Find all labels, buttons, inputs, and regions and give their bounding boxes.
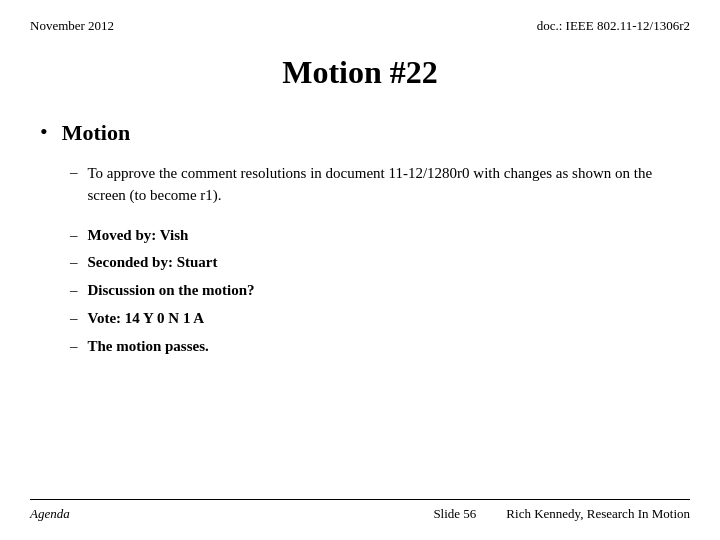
text-vote: Vote: 14 Y 0 N 1 A (88, 308, 205, 330)
dash-approve: – (70, 162, 78, 184)
dash-passes: – (70, 336, 78, 358)
slide-title: Motion #22 (30, 54, 690, 91)
footer-author: Rich Kennedy, Research In Motion (506, 506, 690, 522)
text-seconded: Seconded by: Stuart (88, 252, 218, 274)
text-approve: To approve the comment resolutions in do… (88, 162, 681, 207)
footer-right: Slide 56 Rich Kennedy, Research In Motio… (433, 506, 690, 522)
footer-agenda: Agenda (30, 506, 70, 522)
bullet-symbol: • (40, 121, 48, 143)
dash-discussion: – (70, 280, 78, 302)
dash-seconded: – (70, 252, 78, 274)
sub-items: – To approve the comment resolutions in … (70, 162, 680, 358)
dash-vote: – (70, 308, 78, 330)
sub-item-discussion: – Discussion on the motion? (70, 280, 680, 302)
text-moved: Moved by: Vish (88, 225, 189, 247)
header-doc: doc.: IEEE 802.11-12/1306r2 (537, 18, 690, 34)
sub-item-vote: – Vote: 14 Y 0 N 1 A (70, 308, 680, 330)
sub-item-passes: – The motion passes. (70, 336, 680, 358)
header: November 2012 doc.: IEEE 802.11-12/1306r… (30, 18, 690, 34)
text-passes: The motion passes. (88, 336, 209, 358)
main-bullet: • Motion (40, 119, 680, 148)
sub-item-seconded: – Seconded by: Stuart (70, 252, 680, 274)
slide-container: November 2012 doc.: IEEE 802.11-12/1306r… (0, 0, 720, 540)
header-date: November 2012 (30, 18, 114, 34)
footer-slide: Slide 56 (433, 506, 476, 522)
bullet-label: Motion (62, 119, 130, 148)
text-discussion: Discussion on the motion? (88, 280, 255, 302)
footer: Agenda Slide 56 Rich Kennedy, Research I… (30, 499, 690, 522)
content-section: • Motion – To approve the comment resolu… (30, 119, 690, 499)
sub-item-approve: – To approve the comment resolutions in … (70, 162, 680, 207)
dash-moved: – (70, 225, 78, 247)
sub-item-moved: – Moved by: Vish (70, 225, 680, 247)
title-section: Motion #22 (30, 54, 690, 91)
